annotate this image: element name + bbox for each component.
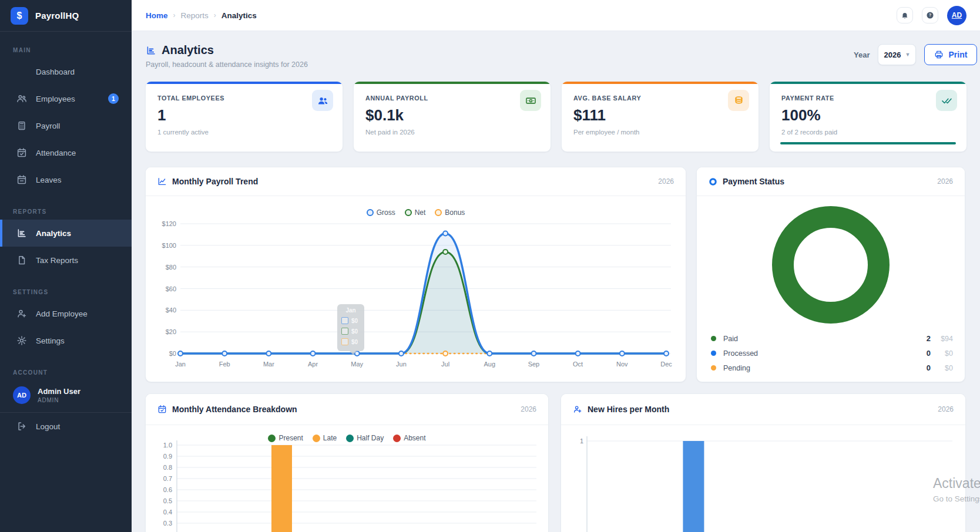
payment-legend: Paid2$94Processed0$0Pending0$0 (711, 331, 953, 375)
coins-icon (728, 90, 749, 111)
stat-accent-bar (354, 82, 551, 84)
sidebar-item-leaves[interactable]: Leaves (0, 166, 132, 193)
app-logo: $ PayrollHQ (0, 0, 132, 32)
sidebar-item-employees[interactable]: Employees1 (0, 85, 132, 112)
legend-label: Absent (404, 434, 425, 442)
legend-label: Pending (723, 364, 750, 372)
print-button[interactable]: Print (924, 44, 977, 65)
legend-item-bonus[interactable]: Bonus (435, 208, 465, 217)
legend-item-net[interactable]: Net (405, 208, 426, 217)
payment-legend-row-pending[interactable]: Pending0$0 (711, 361, 953, 375)
legend-item-late[interactable]: Late (313, 434, 337, 442)
sidebar-item-label: Analytics (36, 229, 71, 238)
sidebar-item-label: Tax Reports (36, 256, 78, 265)
legend-swatch (435, 209, 442, 216)
stat-subtext: Net paid in 2026 (365, 129, 415, 136)
stat-subtext: 1 currently active (157, 129, 209, 136)
legend-swatch (268, 435, 276, 442)
stat-card-annual-payroll: ANNUAL PAYROLL$0.1kNet paid in 2026 (353, 81, 551, 152)
breadcrumb: Home›Reports›Analytics (146, 11, 257, 20)
sidebar-item-tax-reports[interactable]: Tax Reports (0, 247, 132, 274)
sidebar-item-attendance[interactable]: Attendance (0, 139, 132, 166)
legend-label: Bonus (445, 208, 465, 217)
sidebar-item-payroll[interactable]: Payroll (0, 112, 132, 139)
payment-status-card: Payment Status 2026 Paid2$94Processed0$0… (696, 167, 965, 382)
svg-text:Nov: Nov (616, 361, 628, 368)
svg-text:$40: $40 (166, 307, 176, 314)
stat-card-avg-base-salary: AVG. BASE SALARY$111Per employee / month (561, 81, 759, 152)
help-button[interactable]: ? (922, 7, 938, 23)
payroll-trend-chart[interactable]: $0$20$40$60$80$100$120JanFebMarAprMayJun… (146, 167, 686, 382)
legend-swatch (711, 351, 716, 356)
user-card[interactable]: AD Admin User ADMIN (0, 381, 132, 404)
chart-title: Monthly Attendance Breakdown (172, 405, 297, 414)
sidebar-item-label: Attendance (36, 149, 76, 157)
svg-text:Mar: Mar (263, 361, 274, 368)
page-title: Analytics (162, 43, 214, 57)
double-check-icon (936, 90, 957, 111)
svg-text:0.4: 0.4 (163, 509, 172, 516)
payment-legend-row-paid[interactable]: Paid2$94 (711, 331, 953, 346)
sidebar-item-label: Add Employee (36, 309, 88, 318)
legend-count: 0 (927, 363, 931, 372)
attendance-legend: PresentLateHalf DayAbsent (146, 434, 548, 442)
topbar: Home›Reports›Analytics ? AD (132, 0, 980, 31)
svg-text:$100: $100 (162, 242, 176, 249)
svg-text:$0: $0 (169, 350, 176, 357)
sidebar-item-logout[interactable]: Logout (0, 413, 132, 440)
legend-label: Paid (723, 335, 738, 343)
svg-text:Jan: Jan (175, 361, 186, 368)
sidebar-item-settings[interactable]: Settings (0, 327, 132, 354)
line-chart-icon (157, 177, 167, 186)
legend-item-gross[interactable]: Gross (367, 208, 395, 217)
avatar[interactable]: AD (947, 6, 966, 25)
chevron-down-icon: ▼ (905, 52, 910, 58)
question-icon: ? (926, 11, 934, 19)
payment-legend-row-processed[interactable]: Processed0$0 (711, 346, 953, 361)
svg-text:1.0: 1.0 (163, 442, 172, 449)
svg-text:0.5: 0.5 (163, 497, 172, 504)
legend-item-half-day[interactable]: Half Day (346, 434, 384, 442)
svg-text:1: 1 (580, 437, 583, 445)
breadcrumb-home[interactable]: Home (146, 11, 168, 20)
sidebar-item-label: Settings (36, 336, 65, 345)
chart-title: Monthly Payroll Trend (172, 177, 258, 186)
sidebar-section-main: MAIN (0, 47, 132, 53)
tooltip-swatch (341, 317, 348, 324)
sidebar-item-analytics[interactable]: Analytics (0, 220, 132, 247)
banknote-icon (520, 90, 541, 111)
sidebar-nav: MAINDashboardEmployees1PayrollAttendance… (0, 47, 132, 354)
breadcrumb-separator: › (214, 11, 216, 19)
svg-text:Jul: Jul (441, 361, 449, 368)
sidebar-section-reports: REPORTS (0, 208, 132, 215)
tooltip-row: $0 (341, 317, 360, 324)
svg-text:?: ? (929, 13, 931, 17)
svg-text:0.8: 0.8 (163, 464, 172, 471)
legend-count: 2 (927, 334, 931, 343)
sidebar-item-label: Logout (36, 422, 60, 431)
stat-accent-bar (146, 82, 343, 84)
legend-item-present[interactable]: Present (268, 434, 303, 442)
logout-icon (16, 421, 27, 432)
tooltip-title: Jan (341, 307, 360, 314)
attendance-breakdown-card: Monthly Attendance Breakdown 2026 Presen… (145, 393, 549, 532)
legend-item-absent[interactable]: Absent (393, 434, 425, 442)
svg-text:Oct: Oct (573, 361, 583, 368)
legend-swatch (711, 336, 716, 341)
sidebar-item-label: Leaves (36, 176, 62, 184)
chart-title: Payment Status (723, 177, 784, 186)
stat-accent-bar (770, 82, 966, 84)
sidebar-item-dashboard[interactable]: Dashboard (0, 58, 132, 85)
legend-swatch (313, 435, 320, 442)
monthly-payroll-trend-card: Monthly Payroll Trend 2026 GrossNetBonus… (145, 167, 686, 382)
chart-year-badge: 2026 (521, 405, 536, 413)
new-hires-card: New Hires per Month 2026 1 (561, 393, 966, 532)
year-select[interactable]: 2026 ▼ (878, 44, 916, 65)
legend-label: Gross (377, 208, 395, 217)
calculator-icon (16, 120, 27, 131)
sidebar-item-add-employee[interactable]: Add Employee (0, 300, 132, 327)
breadcrumb-reports[interactable]: Reports (181, 11, 209, 20)
svg-text:Dec: Dec (660, 361, 672, 368)
notifications-button[interactable] (897, 7, 913, 23)
svg-text:0.3: 0.3 (163, 520, 172, 527)
